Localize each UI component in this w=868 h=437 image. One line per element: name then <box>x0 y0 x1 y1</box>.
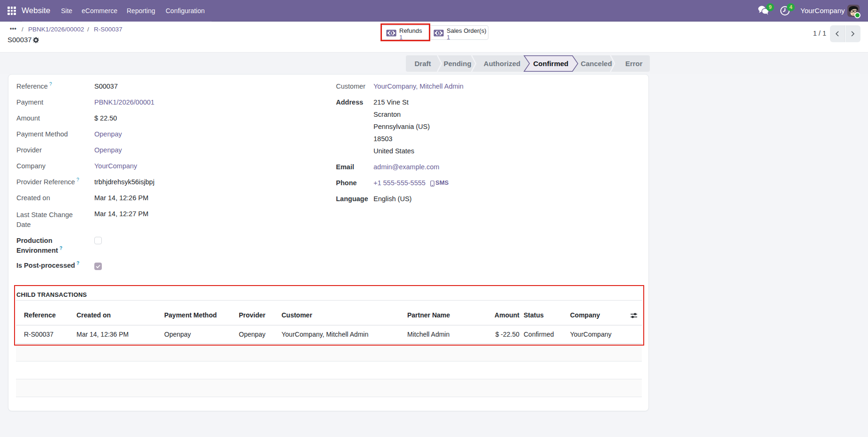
svg-text:Confirmed: Confirmed <box>533 60 569 68</box>
svg-text:Canceled: Canceled <box>581 60 612 68</box>
svg-text:Error: Error <box>625 60 643 68</box>
svg-text:Pending: Pending <box>443 60 471 68</box>
svg-text:Draft: Draft <box>414 60 431 68</box>
svg-text:Authorized: Authorized <box>484 60 520 68</box>
svg-text:1: 1 <box>438 31 440 35</box>
